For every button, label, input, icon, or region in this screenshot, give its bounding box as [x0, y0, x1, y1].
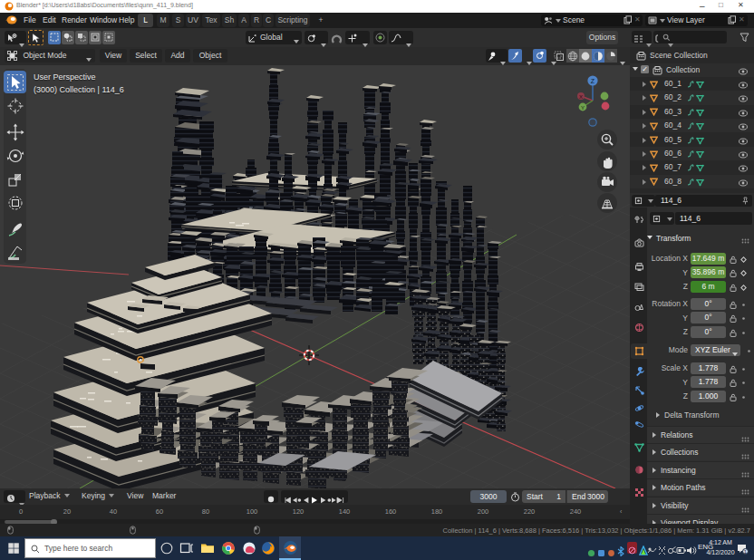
svg-text:Y: Y: [581, 105, 585, 111]
svg-text:Z: Z: [591, 78, 595, 84]
svg-text:X: X: [579, 94, 583, 100]
